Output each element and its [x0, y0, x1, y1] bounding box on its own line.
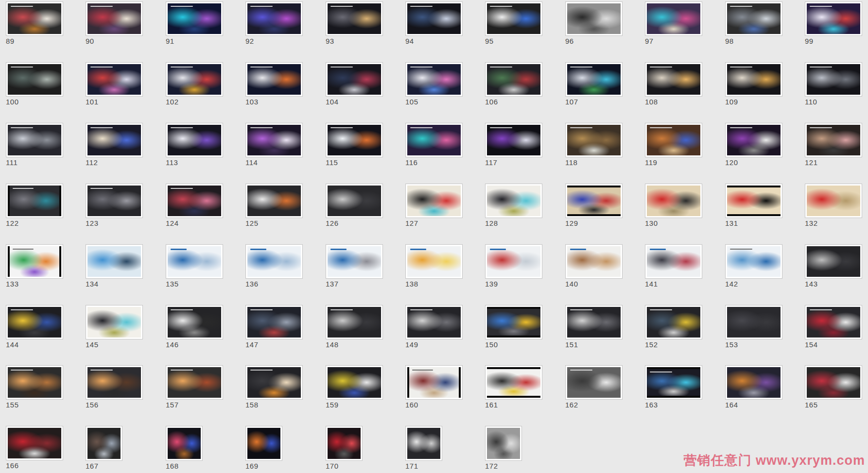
slide-thumbnail-100[interactable]: [6, 62, 63, 97]
slide-thumbnail-149[interactable]: [405, 305, 463, 339]
slide-thumbnail-130[interactable]: [645, 184, 702, 218]
slide-thumbnail-104[interactable]: [326, 62, 383, 97]
slide-thumbnail-147[interactable]: [245, 305, 303, 339]
slide-thumbnail-156[interactable]: [86, 365, 143, 400]
slide-thumbnail-132[interactable]: [805, 184, 862, 218]
slide-thumbnail-167[interactable]: [86, 426, 122, 461]
slide-thumbnail-125[interactable]: [245, 184, 303, 218]
slide-thumbnail-141[interactable]: [645, 244, 702, 279]
slide-thumbnail-139[interactable]: [485, 244, 542, 279]
slide-thumbnail-152[interactable]: [645, 305, 702, 339]
slide-thumbnail-93[interactable]: [326, 1, 383, 36]
slide-thumbnail-105[interactable]: [405, 62, 463, 97]
slide-thumbnail-148[interactable]: [326, 305, 383, 339]
slide-number: 104: [326, 98, 403, 106]
slide-thumbnail-133[interactable]: [6, 244, 63, 279]
slide-thumbnail-102[interactable]: [166, 62, 223, 97]
slide-thumbnail-99[interactable]: [805, 1, 862, 36]
slide-thumbnail-146[interactable]: [166, 305, 223, 339]
slide-thumbnail-137[interactable]: [326, 244, 383, 279]
slide-thumbnail-161[interactable]: [485, 365, 542, 400]
slide-image-146: [168, 307, 221, 338]
slide-thumbnail-145[interactable]: [86, 305, 143, 339]
slide-thumbnail-136[interactable]: [245, 244, 303, 279]
slide-thumbnail-116[interactable]: [405, 123, 463, 157]
slide-thumbnail-122[interactable]: [6, 184, 63, 218]
slide-thumbnail-158[interactable]: [245, 365, 303, 400]
slide-thumbnail-169[interactable]: [245, 426, 282, 461]
slide-thumbnail-162[interactable]: [565, 365, 623, 400]
slide-thumbnail-97[interactable]: [645, 1, 702, 36]
slide-thumbnail-109[interactable]: [725, 62, 782, 97]
slide-thumbnail-101[interactable]: [86, 62, 143, 97]
slide-thumbnail-103[interactable]: [245, 62, 303, 97]
thumbnail-cell: 168: [166, 426, 243, 471]
slide-thumbnail-155[interactable]: [6, 365, 63, 400]
slide-thumbnail-114[interactable]: [245, 123, 303, 157]
slide-thumbnail-111[interactable]: [6, 123, 63, 157]
thumbnail-cell: 140: [565, 244, 643, 288]
slide-thumbnail-172[interactable]: [485, 426, 522, 461]
slide-thumbnail-142[interactable]: [725, 244, 782, 279]
slide-thumbnail-144[interactable]: [6, 305, 63, 339]
slide-thumbnail-127[interactable]: [405, 184, 463, 218]
slide-thumbnail-117[interactable]: [485, 123, 542, 157]
slide-thumbnail-153[interactable]: [725, 305, 782, 339]
thumbnail-cell: 118: [565, 123, 643, 167]
slide-thumbnail-96[interactable]: [565, 1, 623, 36]
slide-thumbnail-138[interactable]: [405, 244, 463, 279]
slide-thumbnail-168[interactable]: [166, 426, 203, 461]
slide-thumbnail-140[interactable]: [565, 244, 623, 279]
slide-thumbnail-107[interactable]: [565, 62, 623, 97]
slide-thumbnail-143[interactable]: [805, 244, 862, 279]
slide-thumbnail-129[interactable]: [565, 184, 623, 218]
slide-thumbnail-118[interactable]: [565, 123, 623, 157]
slide-thumbnail-171[interactable]: [405, 426, 442, 461]
slide-thumbnail-120[interactable]: [725, 123, 782, 157]
slide-number: 156: [86, 401, 163, 409]
slide-thumbnail-119[interactable]: [645, 123, 702, 157]
slide-thumbnail-157[interactable]: [166, 365, 223, 400]
slide-thumbnail-166[interactable]: [6, 426, 63, 460]
slide-thumbnail-110[interactable]: [805, 62, 862, 97]
slide-thumbnail-154[interactable]: [805, 305, 862, 339]
slide-thumbnail-91[interactable]: [166, 1, 223, 36]
slide-thumbnail-98[interactable]: [725, 1, 782, 36]
slide-thumbnail-113[interactable]: [166, 123, 223, 157]
slide-thumbnail-89[interactable]: [6, 1, 63, 36]
slide-thumbnail-94[interactable]: [405, 1, 463, 36]
slide-thumbnail-90[interactable]: [86, 1, 143, 36]
slide-thumbnail-123[interactable]: [86, 184, 143, 218]
slide-thumbnail-160[interactable]: [405, 365, 463, 400]
slide-thumbnail-106[interactable]: [485, 62, 542, 97]
thumbnail-cell: 158: [245, 365, 323, 409]
slide-thumbnail-151[interactable]: [565, 305, 623, 339]
slide-thumbnail-121[interactable]: [805, 123, 862, 157]
thumbnail-cell: 171: [405, 426, 483, 471]
slide-thumbnail-126[interactable]: [326, 184, 383, 218]
slide-thumbnail-128[interactable]: [485, 184, 542, 218]
slide-title-bar: [810, 309, 832, 310]
slide-thumbnail-112[interactable]: [86, 123, 143, 157]
slide-thumbnail-134[interactable]: [86, 244, 143, 279]
slide-title-bar: [330, 309, 353, 310]
slide-thumbnail-108[interactable]: [645, 62, 702, 97]
slide-thumbnail-170[interactable]: [326, 426, 363, 461]
slide-thumbnail-150[interactable]: [485, 305, 542, 339]
slide-thumbnail-95[interactable]: [485, 1, 542, 36]
slide-thumbnail-124[interactable]: [166, 184, 223, 218]
slide-thumbnail-163[interactable]: [645, 365, 702, 400]
slide-thumbnail-92[interactable]: [245, 1, 303, 36]
thumbnail-cell: 149: [405, 305, 483, 349]
slide-image-161: [487, 367, 540, 398]
slide-image-116: [407, 125, 461, 155]
slide-number: 125: [245, 219, 323, 228]
slide-thumbnail-165[interactable]: [805, 365, 862, 400]
slide-title-bar: [570, 370, 592, 371]
slide-thumbnail-115[interactable]: [326, 123, 383, 157]
slide-title-bar: [410, 249, 426, 250]
slide-thumbnail-164[interactable]: [725, 365, 782, 400]
slide-thumbnail-159[interactable]: [326, 365, 383, 400]
slide-thumbnail-135[interactable]: [166, 244, 223, 279]
slide-thumbnail-131[interactable]: [725, 184, 782, 218]
